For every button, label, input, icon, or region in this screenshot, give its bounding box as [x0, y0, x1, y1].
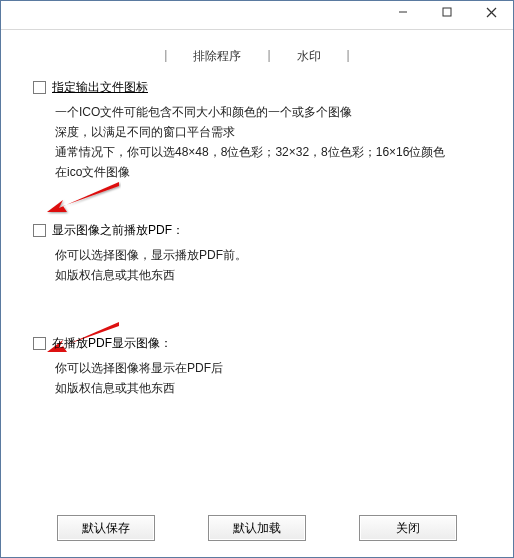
- desc-text: 深度，以满足不同的窗口平台需求: [55, 122, 493, 142]
- label-before-pdf: 显示图像之前播放PDF：: [52, 222, 184, 239]
- button-bar: 默认保存 默认加载 关闭: [1, 515, 513, 541]
- desc-text: 一个ICO文件可能包含不同大小和颜色的一个或多个图像: [55, 102, 493, 122]
- close-window-button[interactable]: [469, 1, 513, 23]
- label-after-pdf: 在播放PDF显示图像：: [52, 335, 172, 352]
- desc-text: 你可以选择图像，显示播放PDF前。: [55, 245, 493, 265]
- tab-watermark[interactable]: 水印: [295, 48, 323, 65]
- tab-separator: |: [162, 48, 169, 65]
- svg-rect-1: [443, 8, 451, 16]
- tab-separator: |: [265, 48, 272, 65]
- section-before-pdf: 显示图像之前播放PDF： 你可以选择图像，显示播放PDF前。 如版权信息或其他东…: [33, 222, 493, 285]
- client-area: | 排除程序 | 水印 | 指定输出文件图标 一个ICO文件可能包含不同大小和颜…: [1, 30, 513, 557]
- desc-text: 通常情况下，你可以选48×48，8位色彩；32×32，8位色彩；16×16位颜色: [55, 142, 493, 162]
- desc-text: 如版权信息或其他东西: [55, 378, 493, 398]
- section-after-pdf: 在播放PDF显示图像： 你可以选择图像将显示在PDF后 如版权信息或其他东西: [33, 335, 493, 398]
- annotation-arrow-icon: [41, 178, 121, 218]
- tab-separator: |: [345, 48, 352, 65]
- default-save-button[interactable]: 默认保存: [57, 515, 155, 541]
- tab-exclude[interactable]: 排除程序: [191, 48, 243, 65]
- tab-bar: | 排除程序 | 水印 |: [15, 48, 499, 65]
- desc-text: 在ico文件图像: [55, 162, 493, 182]
- maximize-button[interactable]: [425, 1, 469, 23]
- checkbox-before-pdf[interactable]: [33, 224, 46, 237]
- desc-text: 你可以选择图像将显示在PDF后: [55, 358, 493, 378]
- dialog-window: | 排除程序 | 水印 | 指定输出文件图标 一个ICO文件可能包含不同大小和颜…: [0, 0, 514, 558]
- checkbox-output-icon[interactable]: [33, 81, 46, 94]
- section-output-icon: 指定输出文件图标 一个ICO文件可能包含不同大小和颜色的一个或多个图像 深度，以…: [33, 79, 493, 182]
- checkbox-after-pdf[interactable]: [33, 337, 46, 350]
- close-button[interactable]: 关闭: [359, 515, 457, 541]
- minimize-button[interactable]: [381, 1, 425, 23]
- default-load-button[interactable]: 默认加载: [208, 515, 306, 541]
- desc-text: 如版权信息或其他东西: [55, 265, 493, 285]
- titlebar: [1, 1, 513, 30]
- label-output-icon: 指定输出文件图标: [52, 79, 148, 96]
